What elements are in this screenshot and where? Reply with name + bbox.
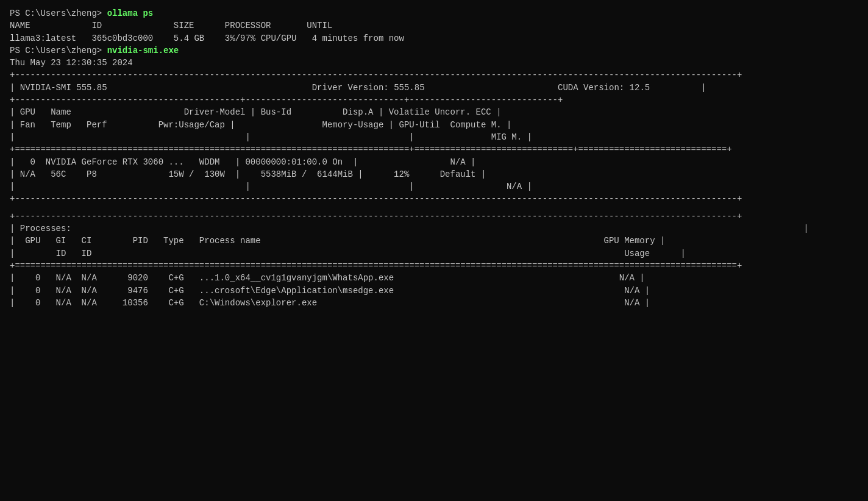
nvidia-smi-box: +---------------------------------------… xyxy=(10,69,858,205)
prompt-line-2: PS C:\Users\zheng> nvidia-smi.exe xyxy=(10,46,179,55)
smi-title-left: NVIDIA-SMI 555.85 xyxy=(20,83,107,93)
prompt-2: PS C:\Users\zheng> xyxy=(10,46,102,55)
timestamp: Thu May 23 12:30:35 2024 xyxy=(10,58,133,68)
smi-title-mid: Driver Version: 555.85 xyxy=(312,83,425,93)
prompt-1: PS C:\Users\zheng> xyxy=(10,9,102,18)
cmd-1: ollama ps xyxy=(107,9,154,18)
processes-box: +---------------------------------------… xyxy=(10,210,858,309)
smi-title-right: CUDA Version: 12.5 xyxy=(558,83,650,93)
terminal-output: PS C:\Users\zheng> ollama ps NAME ID SIZ… xyxy=(10,7,858,69)
processes-label: Processes: xyxy=(20,224,71,233)
ollama-header: NAME ID SIZE PROCESSOR UNTIL xyxy=(10,21,332,30)
cmd-2: nvidia-smi.exe xyxy=(107,46,179,55)
prompt-line-1: PS C:\Users\zheng> ollama ps xyxy=(10,9,153,18)
ollama-row: llama3:latest 365c0bd3c000 5.4 GB 3%/97%… xyxy=(10,34,404,43)
